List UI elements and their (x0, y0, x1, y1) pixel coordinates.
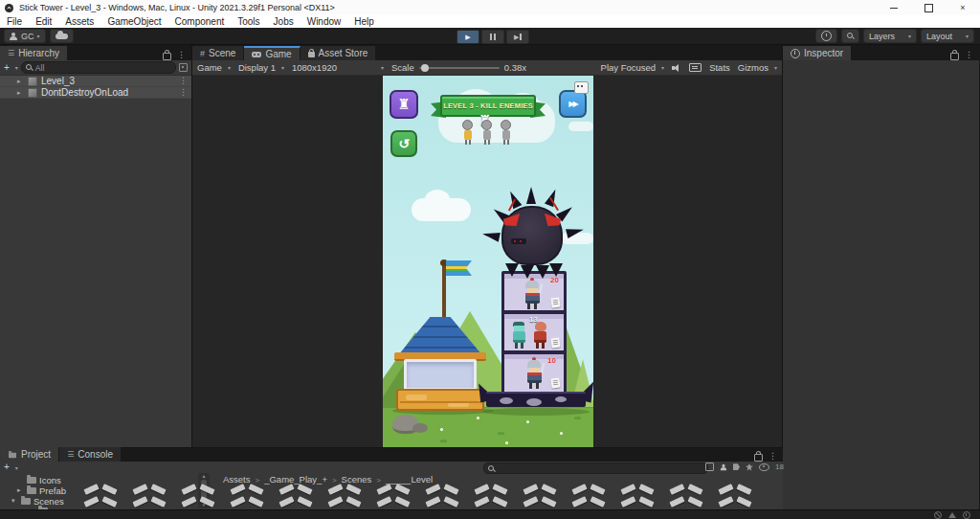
scene-file-icon[interactable] (231, 495, 263, 508)
scene-file-icon[interactable] (719, 495, 751, 508)
close-button[interactable]: × (946, 0, 980, 15)
resolution-dropdown[interactable]: 1080x1920 ▾ (292, 62, 384, 73)
cloud-button[interactable] (50, 29, 74, 43)
hierarchy-row[interactable]: ▸ Level_3 ⋮ (0, 76, 191, 87)
scene-file-icon[interactable] (133, 483, 166, 495)
scene-file-icon[interactable] (572, 495, 605, 508)
chevron-right-icon[interactable]: ▸ (17, 78, 24, 85)
scale-slider[interactable] (419, 67, 500, 69)
scene-file-icon[interactable] (426, 495, 458, 508)
create-button[interactable]: + (4, 463, 10, 472)
scene-file-icon[interactable] (182, 495, 214, 508)
error-count-icon[interactable] (934, 511, 942, 519)
maximize-button[interactable] (911, 0, 946, 15)
scene-file-icon[interactable] (621, 483, 654, 495)
castle-menu-button[interactable]: ♜ (390, 90, 418, 119)
tab-scene[interactable]: # Scene (192, 46, 244, 60)
menu-item[interactable]: Component (175, 16, 225, 27)
scene-file-icon[interactable] (84, 495, 117, 508)
scene-file-icon[interactable] (279, 483, 312, 495)
chevron-down-icon[interactable]: ▾ (15, 64, 18, 71)
menu-item[interactable]: File (7, 16, 22, 27)
scene-file-icon[interactable] (328, 495, 361, 508)
folder-row-icons[interactable]: Icons (27, 475, 61, 485)
lock-icon[interactable] (163, 53, 171, 60)
item-menu-icon[interactable]: ⋮ (179, 77, 188, 85)
layout-dropdown[interactable]: Layout ▾ (921, 29, 974, 43)
chevron-down-icon[interactable]: ▾ (15, 464, 18, 471)
info-count-icon[interactable] (963, 511, 970, 519)
scene-file-icon[interactable] (670, 495, 702, 508)
panel-menu-icon[interactable]: ⋮ (965, 51, 973, 59)
lock-icon[interactable] (950, 53, 959, 60)
scroll-up-icon[interactable]: ▲ (202, 474, 207, 479)
chevron-right-icon[interactable]: ▸ (17, 486, 24, 494)
scene-file-icon[interactable] (572, 483, 605, 495)
account-button[interactable]: GC ▾ (4, 29, 46, 43)
scene-file-icon[interactable] (670, 483, 702, 495)
pause-button[interactable] (481, 30, 504, 44)
folder-row-scenes[interactable]: ▾ Scenes (11, 496, 64, 506)
small-overlay-icon[interactable] (574, 81, 589, 94)
fast-forward-button[interactable]: ▶▶ (559, 90, 587, 118)
favorites-icon[interactable] (746, 463, 753, 471)
mute-audio-icon[interactable] (672, 64, 681, 72)
scene-file-icon[interactable] (182, 483, 214, 495)
restart-button[interactable]: ↺ (390, 130, 417, 157)
scene-file-icon[interactable] (426, 483, 458, 495)
minimize-button[interactable] (877, 0, 911, 15)
layers-dropdown[interactable]: Layers ▾ (863, 29, 917, 43)
tab-inspector[interactable]: Inspector (783, 46, 852, 60)
stats-button[interactable]: Stats (709, 62, 730, 73)
tab-project[interactable]: Project (0, 447, 59, 462)
scene-file-icon[interactable] (523, 483, 556, 495)
menu-item[interactable]: Edit (35, 16, 52, 27)
keyboard-icon[interactable] (689, 63, 702, 72)
panel-menu-icon[interactable]: ⋮ (177, 51, 186, 59)
menu-item[interactable]: GameObject (107, 16, 161, 27)
scene-file-icon[interactable] (133, 495, 166, 508)
focus-mode-dropdown[interactable]: Play Focused ▾ (601, 62, 665, 73)
search-by-type-icon[interactable] (705, 463, 714, 471)
scale-slider-thumb[interactable] (421, 64, 429, 72)
player-tower-floor[interactable] (404, 359, 477, 391)
item-menu-icon[interactable]: ⋮ (179, 88, 188, 97)
scene-file-icon[interactable] (475, 495, 507, 508)
scene-file-icon[interactable] (475, 483, 507, 495)
display-dropdown[interactable]: Display 1 ▾ (238, 62, 284, 73)
menu-item[interactable]: Window (307, 16, 342, 27)
lock-icon[interactable] (754, 454, 763, 462)
gizmos-dropdown[interactable]: Gizmos ▾ (738, 62, 777, 73)
folder-row-prefab[interactable]: ▸ Prefab (17, 485, 66, 495)
hierarchy-search-input[interactable]: All (21, 61, 176, 74)
menu-item[interactable]: Tools (237, 16, 259, 27)
picker-icon[interactable] (179, 63, 188, 72)
hierarchy-row[interactable]: ▸ DontDestroyOnLoad ⋮ (0, 87, 191, 99)
tab-game[interactable]: Game (244, 46, 300, 60)
tab-console[interactable]: ☰ Console (59, 447, 122, 462)
menu-item[interactable]: Help (354, 16, 374, 27)
step-button[interactable]: ▶ (506, 30, 529, 44)
scene-file-icon[interactable] (719, 483, 751, 495)
hierarchy-empty-area[interactable] (0, 99, 191, 447)
panel-menu-icon[interactable]: ⋮ (768, 452, 777, 461)
tab-asset-store[interactable]: Asset Store (301, 46, 377, 60)
hidden-count-icon[interactable] (759, 463, 769, 471)
scene-file-icon[interactable] (523, 495, 556, 508)
warning-count-icon[interactable] (948, 512, 956, 518)
search-by-label-icon[interactable] (733, 463, 740, 470)
menu-item[interactable]: Jobs (274, 16, 294, 27)
enemy-floor-2[interactable]: 13 (504, 314, 564, 350)
search-by-import-icon[interactable] (721, 463, 726, 469)
display-mode-dropdown[interactable]: Game ▾ (197, 62, 231, 73)
tab-hierarchy[interactable]: ☰ Hierarchy (0, 46, 68, 60)
chevron-right-icon[interactable]: ▸ (17, 89, 24, 97)
scene-file-icon[interactable] (231, 483, 263, 495)
scene-file-icon[interactable] (377, 495, 410, 508)
menu-item[interactable]: Assets (65, 16, 94, 27)
scene-file-icon[interactable] (377, 483, 410, 495)
scene-file-icon[interactable] (279, 495, 312, 508)
chevron-down-icon[interactable]: ▾ (11, 497, 18, 505)
create-button[interactable]: + (4, 63, 10, 73)
search-button[interactable] (841, 29, 859, 43)
